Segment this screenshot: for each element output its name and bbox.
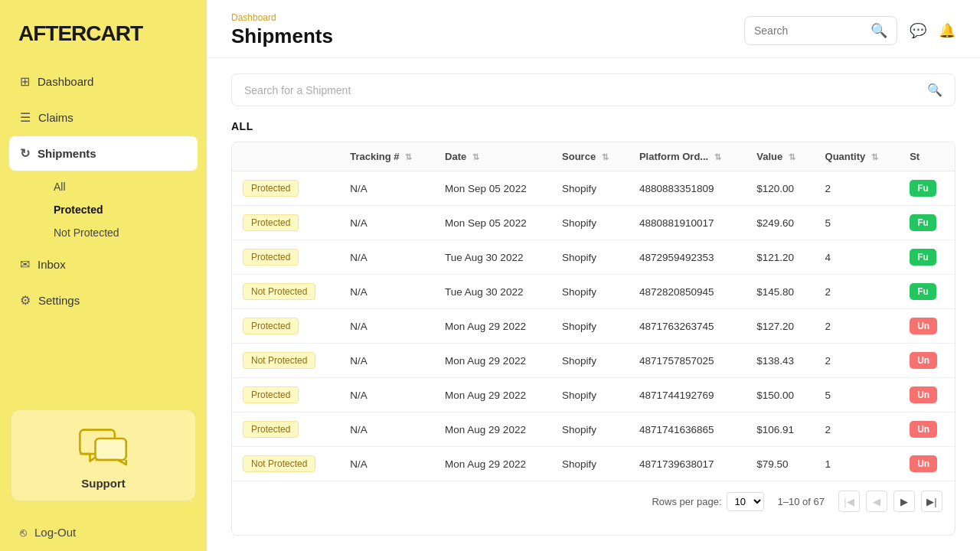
fulfillment-badge: Fu: [910, 214, 936, 231]
cell-source: Shopify: [551, 344, 629, 378]
support-card: Support: [11, 409, 196, 501]
cell-quantity: 4: [815, 240, 900, 275]
col-status: [232, 142, 339, 171]
dashboard-icon: ⊞: [20, 74, 30, 89]
last-page-button[interactable]: ▶|: [921, 491, 942, 512]
cell-source: Shopify: [551, 275, 629, 309]
col-source[interactable]: Source ⇅: [551, 142, 629, 171]
col-tracking[interactable]: Tracking # ⇅: [339, 142, 434, 171]
cell-status: Protected: [232, 240, 339, 275]
cell-tracking: N/A: [339, 275, 434, 309]
cell-status: Protected: [232, 309, 339, 344]
messages-icon[interactable]: 💬: [910, 22, 926, 39]
cell-quantity: 2: [815, 275, 900, 309]
table-row[interactable]: Protected N/A Mon Aug 29 2022 Shopify 48…: [232, 412, 955, 447]
sidebar-item-label-claims: Claims: [38, 111, 74, 124]
sidebar-nav: ⊞ Dashboard ☰ Claims ↻ Shipments All Pro…: [0, 64, 207, 397]
logout-label: Log-Out: [34, 526, 76, 539]
cell-status: Not Protected: [232, 447, 339, 481]
next-page-button[interactable]: ▶: [893, 491, 915, 512]
sidebar-item-label-shipments: Shipments: [38, 147, 96, 160]
col-value[interactable]: Value ⇅: [746, 142, 814, 171]
cell-value: $120.00: [746, 171, 814, 206]
cell-status: Not Protected: [232, 275, 339, 309]
cell-status: Protected: [232, 412, 339, 447]
subnav-all[interactable]: All: [46, 175, 198, 198]
cell-fulfillment: Fu: [899, 206, 955, 240]
cell-source: Shopify: [551, 412, 629, 447]
notifications-icon[interactable]: 🔔: [939, 22, 956, 39]
table-row[interactable]: Protected N/A Tue Aug 30 2022 Shopify 48…: [232, 240, 955, 275]
cell-tracking: N/A: [339, 447, 434, 481]
logout-button[interactable]: ⎋ Log-Out: [0, 514, 207, 551]
cell-quantity: 2: [815, 309, 900, 344]
shipment-search-icon: 🔍: [927, 83, 942, 97]
cell-source: Shopify: [551, 206, 629, 240]
cell-fulfillment: Fu: [899, 171, 955, 206]
protection-badge: Protected: [243, 386, 299, 403]
fulfillment-badge: Un: [910, 352, 937, 369]
cell-value: $150.00: [746, 378, 814, 412]
protection-badge: Protected: [243, 180, 299, 197]
protection-badge: Not Protected: [243, 283, 315, 300]
cell-platform-ord: 4871763263745: [629, 309, 746, 344]
subnav-not-protected[interactable]: Not Protected: [46, 221, 198, 244]
cell-value: $249.60: [746, 206, 814, 240]
cell-tracking: N/A: [339, 412, 434, 447]
logout-icon: ⎋: [20, 526, 27, 539]
fulfillment-badge: Un: [910, 318, 937, 334]
cell-source: Shopify: [551, 447, 629, 481]
table-row[interactable]: Protected N/A Mon Sep 05 2022 Shopify 48…: [232, 206, 955, 240]
cell-date: Tue Aug 30 2022: [434, 240, 551, 275]
cell-tracking: N/A: [339, 171, 434, 206]
table-row[interactable]: Not Protected N/A Mon Aug 29 2022 Shopif…: [232, 447, 955, 481]
inbox-icon: ✉: [20, 257, 30, 272]
fulfillment-badge: Fu: [910, 249, 936, 266]
cell-tracking: N/A: [339, 309, 434, 344]
sidebar-item-settings[interactable]: ⚙ Settings: [9, 283, 198, 318]
cell-fulfillment: Un: [899, 378, 955, 412]
topbar-search-input[interactable]: [754, 24, 864, 37]
section-label: ALL: [231, 120, 956, 132]
subnav-protected[interactable]: Protected: [46, 198, 198, 221]
cell-value: $127.20: [746, 309, 814, 344]
cell-platform-ord: 4880883351809: [629, 171, 746, 206]
cell-quantity: 1: [815, 447, 900, 481]
shipment-search-bar[interactable]: Search for a Shipment 🔍: [231, 73, 956, 106]
cell-platform-ord: 4880881910017: [629, 206, 746, 240]
rows-per-page-label: Rows per page: 10 25 50: [652, 492, 763, 511]
prev-page-button[interactable]: ◀: [866, 491, 887, 512]
protection-badge: Not Protected: [243, 352, 315, 369]
table-row[interactable]: Not Protected N/A Tue Aug 30 2022 Shopif…: [232, 275, 955, 309]
cell-quantity: 2: [815, 344, 900, 378]
cell-quantity: 2: [815, 412, 900, 447]
protection-badge: Protected: [243, 249, 299, 266]
cell-source: Shopify: [551, 240, 629, 275]
topbar-search-box[interactable]: 🔍: [744, 16, 897, 45]
table-header-row: Tracking # ⇅ Date ⇅ Source ⇅ Platform Or…: [232, 142, 955, 171]
svg-rect-1: [96, 439, 126, 460]
shipments-subnav: All Protected Not Protected: [9, 172, 198, 247]
first-page-button[interactable]: |◀: [838, 491, 860, 512]
cell-value: $79.50: [746, 447, 814, 481]
table-row[interactable]: Protected N/A Mon Aug 29 2022 Shopify 48…: [232, 378, 955, 412]
cell-status: Protected: [232, 378, 339, 412]
table-row[interactable]: Protected N/A Mon Sep 05 2022 Shopify 48…: [232, 171, 955, 206]
cell-value: $138.43: [746, 344, 814, 378]
sidebar-item-dashboard[interactable]: ⊞ Dashboard: [9, 64, 198, 99]
settings-icon: ⚙: [20, 293, 31, 308]
shipments-table: Tracking # ⇅ Date ⇅ Source ⇅ Platform Or…: [232, 142, 955, 481]
page-info: 1–10 of 67: [778, 496, 825, 507]
col-date[interactable]: Date ⇅: [434, 142, 551, 171]
topbar-right: 🔍 💬 🔔: [744, 16, 956, 45]
table-row[interactable]: Protected N/A Mon Aug 29 2022 Shopify 48…: [232, 309, 955, 344]
sidebar-item-shipments[interactable]: ↻ Shipments: [9, 136, 198, 171]
table-row[interactable]: Not Protected N/A Mon Aug 29 2022 Shopif…: [232, 344, 955, 378]
col-quantity[interactable]: Quantity ⇅: [815, 142, 900, 171]
sidebar-item-inbox[interactable]: ✉ Inbox: [9, 247, 198, 282]
sidebar-item-label-inbox: Inbox: [38, 258, 66, 271]
col-platform-ord[interactable]: Platform Ord... ⇅: [629, 142, 746, 171]
cell-platform-ord: 4871744192769: [629, 378, 746, 412]
sidebar-item-claims[interactable]: ☰ Claims: [9, 100, 198, 135]
rows-per-page-select[interactable]: 10 25 50: [727, 492, 764, 511]
